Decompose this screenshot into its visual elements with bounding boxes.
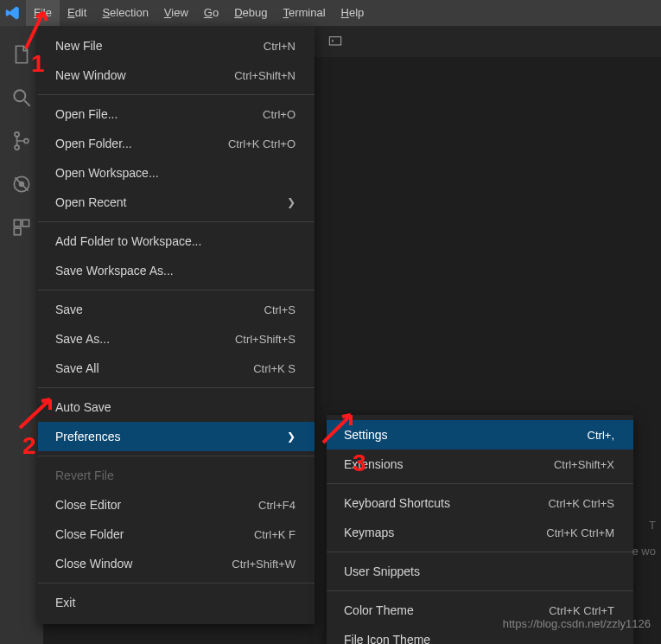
file-menu-item-save[interactable]: SaveCtrl+S	[38, 295, 315, 324]
svg-point-4	[24, 139, 29, 143]
menubar-item-help[interactable]: Help	[334, 0, 372, 26]
preferences-item-settings[interactable]: SettingsCtrl+,	[327, 420, 633, 450]
file-menu-item-auto-save[interactable]: Auto Save	[38, 392, 315, 422]
file-menu: New FileCtrl+NNew WindowCtrl+Shift+NOpen…	[38, 26, 315, 624]
menu-item-shortcut: Ctrl+K Ctrl+O	[228, 137, 296, 150]
menu-item-shortcut: Ctrl+O	[263, 108, 296, 121]
debug-icon[interactable]	[0, 163, 43, 206]
file-menu-item-open-recent[interactable]: Open Recent❯	[38, 188, 315, 217]
menubar-item-debug[interactable]: Debug	[226, 0, 275, 26]
menu-item-shortcut: Ctrl+K Ctrl+S	[548, 497, 614, 510]
file-menu-item-save-workspace-as[interactable]: Save Workspace As...	[38, 256, 315, 285]
svg-point-7	[19, 182, 25, 188]
menu-item-label: Open Recent	[55, 195, 127, 209]
menubar-item-selection[interactable]: Selection	[94, 0, 156, 26]
menu-item-label: Preferences	[55, 430, 120, 443]
menu-item-shortcut: Ctrl+Shift+N	[234, 69, 296, 82]
cropped-text-bot: e wo	[632, 545, 656, 558]
svg-point-0	[14, 90, 25, 101]
menu-separator	[327, 552, 633, 552]
svg-line-1	[24, 100, 30, 106]
menu-separator	[38, 456, 315, 456]
file-menu-item-preferences[interactable]: Preferences❯	[38, 422, 315, 451]
menu-item-label: User Snippets	[344, 564, 420, 578]
terminal-icon[interactable]	[328, 26, 342, 57]
file-menu-item-close-folder[interactable]: Close FolderCtrl+K F	[38, 520, 315, 549]
menu-separator	[38, 583, 315, 583]
menubar-item-edit[interactable]: Edit	[60, 0, 94, 26]
chevron-right-icon: ❯	[287, 196, 296, 208]
menu-item-label: New File	[55, 39, 102, 53]
menu-item-label: Keyboard Shortcuts	[344, 496, 450, 510]
menu-item-label: New Window	[55, 68, 126, 82]
menu-item-shortcut: Ctrl+Shift+W	[232, 558, 296, 571]
menu-item-shortcut: Ctrl+K F	[254, 528, 296, 541]
menu-separator	[327, 483, 633, 484]
menubar-item-terminal[interactable]: Terminal	[275, 0, 333, 26]
svg-point-3	[15, 145, 19, 150]
preferences-item-user-snippets[interactable]: User Snippets	[327, 557, 633, 586]
menu-item-label: Close Window	[55, 557, 132, 571]
menu-item-shortcut: Ctrl+,	[588, 429, 614, 442]
menubar: FileEditSelectionViewGoDebugTerminalHelp	[0, 0, 661, 26]
menu-separator	[327, 590, 633, 591]
svg-rect-9	[22, 220, 29, 226]
menu-item-shortcut: Ctrl+K S	[253, 362, 296, 375]
menu-item-label: File Icon Theme	[344, 633, 430, 644]
watermark-text: https://blog.csdn.net/zzly1126	[503, 617, 651, 630]
file-menu-item-close-window[interactable]: Close WindowCtrl+Shift+W	[38, 549, 315, 578]
menu-item-shortcut: Ctrl+K Ctrl+T	[549, 604, 614, 617]
menu-item-label: Save As...	[55, 332, 110, 346]
file-menu-item-open-file[interactable]: Open File...Ctrl+O	[38, 99, 315, 129]
file-menu-item-save-all[interactable]: Save AllCtrl+K S	[38, 354, 315, 383]
file-menu-item-new-file[interactable]: New FileCtrl+N	[38, 31, 315, 61]
menu-item-label: Keymaps	[344, 526, 394, 539]
menu-item-label: Save All	[55, 361, 99, 375]
preferences-item-keyboard-shortcuts[interactable]: Keyboard ShortcutsCtrl+K Ctrl+S	[327, 488, 633, 518]
file-menu-item-add-folder-to-workspace[interactable]: Add Folder to Workspace...	[38, 226, 315, 256]
menu-item-label: Color Theme	[344, 603, 414, 617]
preferences-item-extensions[interactable]: ExtensionsCtrl+Shift+X	[327, 450, 633, 479]
menu-separator	[38, 387, 315, 388]
menu-item-label: Close Editor	[55, 498, 121, 512]
activity-bar	[0, 26, 43, 644]
menu-item-label: Auto Save	[55, 400, 111, 414]
menu-item-shortcut: Ctrl+K Ctrl+M	[546, 526, 614, 539]
menubar-item-go[interactable]: Go	[196, 0, 226, 26]
menu-item-label: Extensions	[344, 457, 403, 471]
menubar-item-file[interactable]: File	[26, 0, 60, 26]
menu-item-shortcut: Ctrl+S	[264, 303, 296, 316]
svg-rect-10	[14, 228, 21, 235]
chevron-right-icon: ❯	[287, 430, 296, 443]
menu-item-label: Save Workspace As...	[55, 264, 174, 277]
file-menu-item-open-folder[interactable]: Open Folder...Ctrl+K Ctrl+O	[38, 129, 315, 158]
menu-item-label: Open Workspace...	[55, 166, 159, 180]
preferences-item-keymaps[interactable]: KeymapsCtrl+K Ctrl+M	[327, 518, 633, 547]
menu-item-shortcut: Ctrl+N	[264, 40, 296, 53]
file-menu-item-save-as[interactable]: Save As...Ctrl+Shift+S	[38, 324, 315, 354]
svg-point-2	[15, 132, 19, 137]
menubar-item-view[interactable]: View	[156, 0, 196, 26]
menu-item-label: Exit	[55, 596, 75, 609]
file-menu-item-exit[interactable]: Exit	[38, 588, 315, 617]
menu-separator	[38, 94, 315, 95]
files-icon[interactable]	[0, 33, 43, 76]
menu-item-shortcut: Ctrl+Shift+S	[235, 333, 296, 346]
file-menu-item-revert-file: Revert File	[38, 461, 315, 490]
menu-item-label: Close Folder	[55, 527, 124, 541]
svg-rect-11	[329, 37, 340, 45]
file-menu-item-new-window[interactable]: New WindowCtrl+Shift+N	[38, 61, 315, 90]
source-control-icon[interactable]	[0, 119, 43, 163]
cropped-text-top: T	[649, 519, 656, 532]
menu-item-label: Open File...	[55, 107, 118, 121]
extensions-icon[interactable]	[0, 206, 43, 249]
search-icon[interactable]	[0, 76, 43, 119]
file-menu-item-open-workspace[interactable]: Open Workspace...	[38, 158, 315, 188]
menu-item-label: Revert File	[55, 469, 114, 482]
menu-item-shortcut: Ctrl+Shift+X	[554, 458, 614, 471]
menu-separator	[38, 290, 315, 290]
menu-item-label: Settings	[344, 428, 388, 442]
menu-separator	[38, 221, 315, 222]
file-menu-item-close-editor[interactable]: Close EditorCtrl+F4	[38, 490, 315, 520]
menu-item-label: Open Folder...	[55, 137, 132, 150]
